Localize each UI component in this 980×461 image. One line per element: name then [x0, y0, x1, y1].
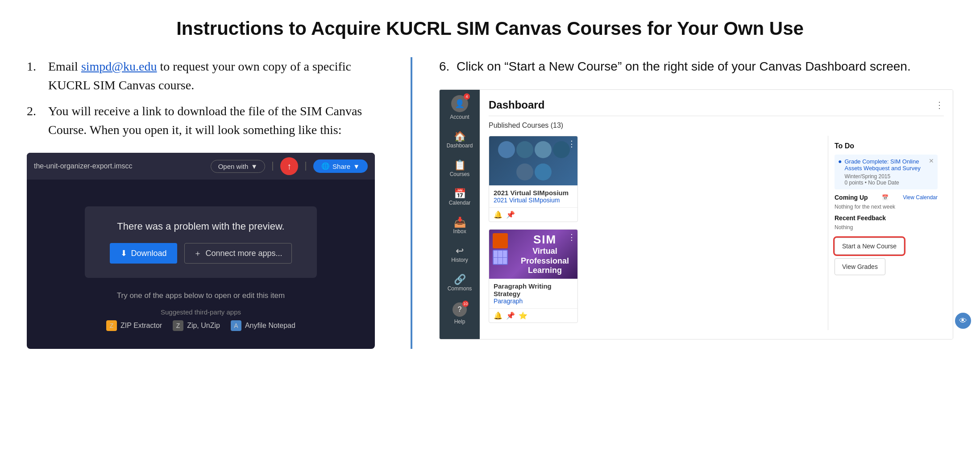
download-icon: ⬇ — [120, 248, 127, 258]
course2-more-icon[interactable]: ⋮ — [568, 232, 576, 242]
suggested-text: Suggested third-party apps — [161, 308, 241, 316]
course1-name: 2021 Virtual SIMposium — [494, 189, 573, 197]
photo-circle-3 — [535, 141, 552, 158]
anyfile-icon: A — [231, 320, 241, 331]
sidebar-history-label: History — [451, 257, 468, 263]
chevron-icon: ▼ — [353, 163, 360, 170]
todo-close-button[interactable]: ✕ — [929, 157, 934, 165]
todo-item-date: Winter/Spring 2015 — [844, 173, 934, 180]
sidebar-courses-label: Courses — [450, 171, 470, 177]
share-label: Share — [332, 163, 350, 170]
divider2 — [305, 162, 306, 171]
sidebar-item-dashboard[interactable]: 🏠 Dashboard — [440, 126, 480, 154]
sim-brand-text: SIM — [521, 233, 569, 247]
todo-item-content: ● Grade Complete: SIM Online Assets Webq… — [838, 158, 934, 186]
open-with-label: Open with — [218, 163, 249, 170]
canvas-content-row: ⋮ 2021 Virtual SIMposium 2021 Virtual SI… — [489, 136, 944, 330]
section-divider — [411, 57, 412, 349]
sim-left-icons — [493, 233, 508, 265]
course2-name: Paragraph Writing Strategy — [494, 282, 573, 298]
help-icon-wrap: ? 10 — [453, 302, 467, 317]
app2-label: Zip, UnZip — [187, 322, 220, 330]
content-area: 1. Email simpd@ku.edu to request your ow… — [27, 57, 953, 349]
divider — [272, 162, 273, 171]
course2-info: Paragraph Writing Strategy Paragraph — [489, 279, 577, 308]
g1 — [494, 251, 498, 257]
course-card-2: SIM VirtualProfessionalLearning ⋮ Paragr… — [489, 229, 578, 323]
recent-feedback-title: Recent Feedback — [835, 214, 938, 222]
recent-feedback-section: Recent Feedback Nothing — [835, 214, 938, 230]
sidebar-item-courses[interactable]: 📋 Courses — [440, 154, 480, 183]
download-button[interactable]: ⬇ Download — [110, 243, 177, 264]
sidebar-item-inbox[interactable]: 📥 Inbox — [440, 211, 480, 240]
sim-icon-grid — [493, 250, 508, 265]
upload-button[interactable]: ↑ — [280, 157, 298, 175]
problem-buttons: ⬇ Download ＋ Connect more apps... — [103, 243, 299, 264]
nothing-rf-text: Nothing — [835, 224, 938, 230]
sim-virtual-text: VirtualProfessionalLearning — [521, 247, 569, 276]
step-6-text: Click on “Start a New Course” on the rig… — [457, 59, 911, 73]
connect-apps-button[interactable]: ＋ Connect more apps... — [184, 243, 291, 264]
course1-sub[interactable]: 2021 Virtual SIMposium — [494, 197, 573, 204]
nothing-next-week: Nothing for the next week — [835, 204, 938, 210]
view-grades-button[interactable]: View Grades — [835, 258, 885, 275]
start-new-course-button[interactable]: Start a New Course — [835, 238, 904, 255]
course1-action-icon2[interactable]: 📌 — [506, 210, 515, 219]
step-1-text: Email simpd@ku.edu to request your own c… — [48, 57, 393, 95]
todo-circle-icon: ● — [838, 158, 842, 165]
email-link[interactable]: simpd@ku.edu — [81, 59, 157, 73]
sidebar-item-history[interactable]: ↩ History — [440, 240, 480, 268]
sidebar-item-commons[interactable]: 🔗 Commons — [440, 268, 480, 297]
sidebar-item-account[interactable]: 👤 4 Account — [440, 90, 480, 126]
history-icon: ↩ — [456, 245, 464, 257]
inbox-icon: 📥 — [454, 217, 466, 228]
dashboard-header: Dashboard ⋮ — [489, 99, 944, 116]
share-button[interactable]: 🌐 Share ▼ — [313, 159, 368, 173]
dashboard-menu-icon[interactable]: ⋮ — [935, 100, 944, 110]
photo-circle-1 — [498, 141, 515, 158]
dashboard-title: Dashboard — [489, 99, 544, 111]
course1-more-icon[interactable]: ⋮ — [568, 139, 576, 149]
page-title: Instructions to Acquire KUCRL SIM Canvas… — [27, 18, 953, 39]
sidebar-item-calendar[interactable]: 📅 Calendar — [440, 183, 480, 211]
course2-actions: 🔔 📌 ⭐ — [489, 308, 577, 323]
sidebar-account-label: Account — [450, 114, 469, 120]
eye-icon[interactable]: 👁 — [955, 313, 971, 329]
course2-action-icon3[interactable]: ⭐ — [519, 311, 527, 320]
g2 — [498, 251, 502, 257]
course1-action-icon1[interactable]: 🔔 — [494, 210, 502, 219]
photo-circle-5 — [516, 163, 533, 180]
problem-box: There was a problem with the preview. ⬇ … — [85, 206, 317, 278]
sidebar-item-help[interactable]: ? 10 Help — [440, 297, 480, 330]
sidebar-inbox-label: Inbox — [453, 228, 466, 235]
published-courses-label: Published Courses (13) — [489, 122, 944, 130]
download-label: Download — [131, 249, 166, 258]
step-2-text: You will receive a link to download the … — [48, 102, 393, 139]
course2-sub[interactable]: Paragraph — [494, 298, 573, 305]
open-with-button[interactable]: Open with ▼ — [211, 160, 265, 173]
course2-action-icon1[interactable]: 🔔 — [494, 311, 502, 320]
problem-text: There was a problem with the preview. — [103, 221, 299, 232]
upload-icon: ↑ — [287, 161, 291, 172]
step-2-num: 2. — [27, 102, 43, 139]
app-item-anyfile: A Anyfile Notepad — [231, 320, 295, 331]
coming-up-section: Coming Up 📅 View Calendar Nothing for th… — [835, 194, 938, 210]
photo-circle-2 — [516, 141, 533, 158]
view-calendar-link[interactable]: View Calendar — [903, 194, 938, 201]
step-6-num: 6. — [439, 59, 449, 73]
zip-unzip-icon: Z — [173, 320, 183, 331]
canvas-sidebar: 👤 4 Account 🏠 Dashboard 📋 Courses — [440, 90, 480, 339]
step-1-num: 1. — [27, 57, 43, 95]
calendar-icon: 📅 — [454, 188, 466, 200]
todo-item-title: Grade Complete: SIM Online Assets Webque… — [844, 158, 934, 172]
topbar-filename: the-unit-organizer-export.imscc — [34, 162, 203, 170]
sim-icon-orange — [493, 233, 508, 248]
course-action-buttons: Start a New Course View Grades — [835, 238, 938, 275]
share-icon: 🌐 — [321, 162, 330, 170]
list-item-1: 1. Email simpd@ku.edu to request your ow… — [27, 57, 393, 95]
account-badge: 4 — [464, 93, 470, 100]
courses-icon: 📋 — [454, 159, 466, 171]
course2-action-icon2[interactable]: 📌 — [506, 311, 515, 320]
screenshot-topbar: the-unit-organizer-export.imscc Open wit… — [27, 153, 375, 180]
canvas-main: Dashboard ⋮ Published Courses (13) — [480, 90, 953, 339]
